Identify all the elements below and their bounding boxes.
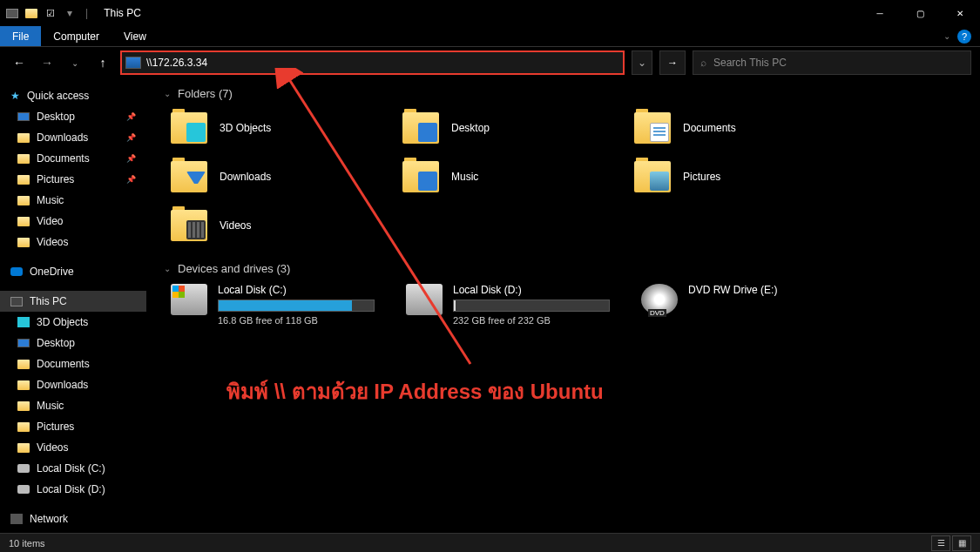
folders-group-header[interactable]: ⌄Folders (7) xyxy=(160,87,966,100)
drive-d-usage-bar xyxy=(453,300,610,312)
qat-dropdown-icon[interactable]: ▾ xyxy=(63,6,77,20)
drives-group-header[interactable]: ⌄Devices and drives (3) xyxy=(160,262,966,275)
titlebar: ☑ ▾ | This PC ─ ▢ ✕ xyxy=(0,0,980,26)
folder-icon xyxy=(17,360,30,369)
pin-icon: 📌 xyxy=(126,133,136,142)
pin-icon: 📌 xyxy=(126,175,136,184)
sidebar-pictures[interactable]: Pictures📌 xyxy=(0,169,146,190)
sidebar-network[interactable]: Network xyxy=(0,508,146,529)
sidebar-pictures2[interactable]: Pictures xyxy=(0,416,146,437)
sidebar-video[interactable]: Video xyxy=(0,211,146,232)
back-button[interactable]: ← xyxy=(9,52,30,73)
3d-objects-icon xyxy=(186,123,206,142)
view-details-button[interactable]: ☰ xyxy=(931,535,950,551)
desktop-icon xyxy=(418,123,437,142)
tab-view[interactable]: View xyxy=(112,26,159,46)
tab-file[interactable]: File xyxy=(0,26,41,46)
recent-dropdown[interactable]: ⌄ xyxy=(64,52,85,73)
drive-dvd[interactable]: DVD DVD RW Drive (E:) xyxy=(641,284,868,326)
pc-icon xyxy=(10,297,23,306)
pictures-icon xyxy=(650,172,669,191)
drive-local-d[interactable]: Local Disk (D:) 232 GB free of 232 GB xyxy=(406,284,632,326)
sidebar: ★Quick access Desktop📌 Downloads📌 Docume… xyxy=(0,78,146,533)
checkbox-qat-icon[interactable]: ☑ xyxy=(44,6,57,20)
navbar: ← → ⌄ ↑ ⌄ → ⌕ Search This PC xyxy=(0,47,980,78)
folder-icon xyxy=(17,196,30,205)
folder-videos[interactable]: Videos xyxy=(171,206,389,245)
address-bar[interactable] xyxy=(120,50,625,75)
sidebar-music[interactable]: Music xyxy=(0,190,146,211)
chevron-down-icon: ⌄ xyxy=(164,89,171,98)
disk-icon xyxy=(171,284,207,315)
search-placeholder: Search This PC xyxy=(713,57,787,69)
drive-c-usage-bar xyxy=(218,300,375,312)
music-icon xyxy=(418,172,437,191)
folder-music[interactable]: Music xyxy=(402,158,620,196)
network-icon xyxy=(10,514,23,524)
sidebar-music2[interactable]: Music xyxy=(0,395,146,416)
address-pc-icon xyxy=(125,57,141,69)
maximize-button[interactable]: ▢ xyxy=(900,0,940,26)
ribbon-collapse-icon[interactable]: ⌄ xyxy=(943,31,950,41)
address-go-button[interactable]: → xyxy=(659,50,686,75)
statusbar: 10 items ☰ ▦ xyxy=(0,533,980,552)
onedrive-icon xyxy=(10,267,23,276)
up-button[interactable]: ↑ xyxy=(92,52,113,73)
view-icons-button[interactable]: ▦ xyxy=(952,535,971,551)
disk-icon xyxy=(406,284,443,315)
folder-3d-objects[interactable]: 3D Objects xyxy=(171,109,389,147)
folder-icon xyxy=(17,401,30,411)
window-title: This PC xyxy=(104,7,141,19)
chevron-down-icon: ⌄ xyxy=(164,264,171,273)
pin-icon: 📌 xyxy=(126,154,136,163)
folder-downloads[interactable]: Downloads xyxy=(171,158,389,196)
videos-icon xyxy=(186,220,206,239)
forward-button[interactable]: → xyxy=(37,52,57,73)
folder-icon xyxy=(17,422,30,432)
disk-icon xyxy=(17,485,30,494)
sidebar-documents2[interactable]: Documents xyxy=(0,353,146,374)
folder-icon xyxy=(17,154,30,164)
annotation-text: พิมพ์ \\ ตามด้วย IP Address ของ Ubuntu xyxy=(226,374,604,408)
help-icon[interactable]: ? xyxy=(957,30,971,44)
pin-icon: 📌 xyxy=(126,112,136,121)
desktop-icon xyxy=(17,112,30,121)
sidebar-desktop2[interactable]: Desktop xyxy=(0,333,146,353)
sidebar-desktop[interactable]: Desktop📌 xyxy=(0,106,146,127)
sidebar-3d-objects[interactable]: 3D Objects xyxy=(0,312,146,333)
folder-qat-icon[interactable] xyxy=(24,6,38,20)
sidebar-onedrive[interactable]: OneDrive xyxy=(0,261,146,282)
sidebar-local-c[interactable]: Local Disk (C:) xyxy=(0,458,146,479)
minimize-button[interactable]: ─ xyxy=(860,0,900,26)
address-dropdown-button[interactable]: ⌄ xyxy=(632,50,652,75)
sidebar-videos2[interactable]: Videos xyxy=(0,437,146,458)
folder-icon xyxy=(17,380,30,390)
address-input[interactable] xyxy=(146,57,619,69)
3d-objects-icon xyxy=(17,317,30,327)
sidebar-videos[interactable]: Videos xyxy=(0,232,146,252)
sidebar-local-d[interactable]: Local Disk (D:) xyxy=(0,479,146,500)
dvd-icon: DVD xyxy=(641,284,678,315)
content-area: ⌄Folders (7) 3D Objects Desktop Document… xyxy=(146,78,980,533)
pc-icon xyxy=(5,6,19,20)
folder-desktop[interactable]: Desktop xyxy=(402,109,620,147)
search-box[interactable]: ⌕ Search This PC xyxy=(693,50,971,75)
desktop-icon xyxy=(17,339,30,347)
tab-computer[interactable]: Computer xyxy=(41,26,112,46)
folder-icon xyxy=(17,175,30,185)
folder-icon xyxy=(17,217,30,226)
sidebar-downloads[interactable]: Downloads📌 xyxy=(0,127,146,148)
downloads-icon xyxy=(186,172,206,191)
drive-local-c[interactable]: Local Disk (C:) 16.8 GB free of 118 GB xyxy=(171,284,397,326)
folder-documents[interactable]: Documents xyxy=(634,109,852,147)
close-button[interactable]: ✕ xyxy=(940,0,980,26)
folder-icon xyxy=(17,443,30,453)
ribbon: File Computer View ⌄ ? xyxy=(0,26,980,47)
search-icon: ⌕ xyxy=(700,57,706,69)
star-icon: ★ xyxy=(10,90,20,102)
sidebar-this-pc[interactable]: This PC xyxy=(0,291,146,312)
sidebar-downloads2[interactable]: Downloads xyxy=(0,374,146,395)
folder-pictures[interactable]: Pictures xyxy=(634,158,852,196)
sidebar-documents[interactable]: Documents📌 xyxy=(0,148,146,169)
sidebar-quick-access[interactable]: ★Quick access xyxy=(0,85,146,106)
